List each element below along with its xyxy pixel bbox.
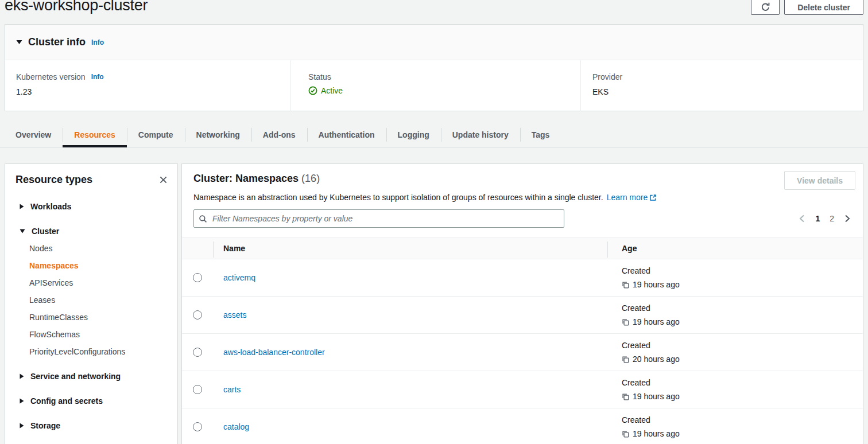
kubernetes-version-value: 1.23 [16,87,290,96]
row-radio-button[interactable] [193,422,202,431]
sidebar-group-cluster[interactable]: Cluster [5,223,177,240]
pagination: 1 2 [799,211,851,227]
previous-page-icon[interactable] [799,215,805,223]
table-row: catalog Created 19 hours ago [182,408,863,444]
cluster-tabs: Overview Resources Compute Networking Ad… [0,122,868,147]
copy-icon[interactable] [622,430,629,438]
namespace-link[interactable]: activemq [223,273,255,282]
tab-compute[interactable]: Compute [127,122,185,147]
cluster-info-fields: Kubernetes version Info 1.23 Status Acti… [5,60,863,111]
age-cell: Created 19 hours ago [607,413,863,441]
sidebar-item-runtimeclasses[interactable]: RuntimeClasses [5,309,177,326]
tab-update-history[interactable]: Update history [441,122,520,147]
cluster-info-panel: Cluster info Info Kubernetes version Inf… [5,24,863,111]
check-circle-icon [308,86,317,95]
copy-icon[interactable] [622,318,629,326]
filter-input-container [193,209,564,228]
tab-resources[interactable]: Resources [63,122,127,147]
filter-namespaces-input[interactable] [211,213,559,224]
created-label: Created [622,376,863,390]
age-cell: Created 20 hours ago [607,338,863,366]
namespaces-table: Name Age activemq Created 19 hours ago [182,237,863,444]
namespaces-description: Namespace is an abstraction used by Kube… [193,193,657,203]
namespace-link[interactable]: aws-load-balancer-controller [223,348,325,357]
sidebar-item-apiservices[interactable]: APIServices [5,274,177,291]
row-radio-button[interactable] [193,348,202,357]
resource-types-title: Resource types [16,174,92,186]
namespaces-heading: Cluster: Namespaces (16) [193,173,320,185]
tab-tags[interactable]: Tags [520,122,561,147]
field-kubernetes-version: Kubernetes version Info 1.23 [5,60,290,111]
age-cell: Created 19 hours ago [607,376,863,403]
sidebar-group-workloads[interactable]: Workloads [5,198,177,215]
sidebar-item-namespaces[interactable]: Namespaces [5,257,177,274]
tab-add-ons[interactable]: Add-ons [251,122,307,147]
delete-cluster-button[interactable]: Delete cluster [784,0,863,15]
delete-cluster-label: Delete cluster [797,3,850,12]
tab-networking[interactable]: Networking [185,122,251,147]
field-provider: Provider EKS [580,60,863,111]
heading-text: Cluster: Namespaces [193,173,299,184]
refresh-icon [761,2,770,12]
resource-types-list: Workloads Cluster Nodes Namespaces APISe… [5,186,177,434]
table-row: carts Created 19 hours ago [182,371,863,408]
created-label: Created [622,301,863,315]
sidebar-item-leases[interactable]: Leases [5,291,177,309]
namespace-link[interactable]: catalog [223,422,249,431]
view-details-button[interactable]: View details [784,171,855,190]
learn-more-link[interactable]: Learn more [607,193,648,202]
caret-down-icon [20,229,25,233]
copy-icon[interactable] [622,281,629,289]
sidebar-item-flowschemas[interactable]: FlowSchemas [5,326,177,343]
copy-icon[interactable] [622,356,629,363]
provider-value: EKS [592,87,863,96]
sidebar-item-prioritylevelconfigurations[interactable]: PriorityLevelConfigurations [5,343,177,360]
search-icon [199,215,207,223]
cluster-info-header[interactable]: Cluster info Info [5,25,863,60]
caret-right-icon [20,423,24,429]
refresh-button[interactable] [751,0,780,15]
created-label: Created [622,338,863,352]
copy-icon[interactable] [622,393,629,400]
tab-authentication[interactable]: Authentication [307,122,386,147]
caret-right-icon [20,373,24,379]
sidebar-group-storage[interactable]: Storage [5,417,177,434]
sidebar-item-nodes[interactable]: Nodes [5,240,177,257]
tab-overview[interactable]: Overview [4,122,63,147]
age-value: 19 hours ago [633,315,680,329]
caret-right-icon [20,204,24,209]
tab-logging[interactable]: Logging [386,122,441,147]
heading-count: (16) [301,173,320,184]
page-title: eks-workshop-cluster [5,0,148,14]
row-radio-button[interactable] [193,385,202,394]
cluster-info-title: Cluster info [28,36,86,48]
page-number-1[interactable]: 1 [815,214,820,223]
header-actions: Delete cluster [751,0,863,15]
page-number-2[interactable]: 2 [830,214,834,223]
close-icon[interactable] [158,174,169,185]
external-link-icon [649,194,657,203]
name-column-header: Name [213,244,607,253]
collapse-caret-icon[interactable] [16,40,22,45]
namespace-link[interactable]: assets [223,310,246,320]
namespace-link[interactable]: carts [223,385,241,394]
kubernetes-version-info-link[interactable]: Info [91,73,104,81]
table-row: activemq Created 19 hours ago [182,259,863,297]
cluster-info-info-link[interactable]: Info [91,38,104,46]
row-radio-button[interactable] [193,310,202,320]
table-header-row: Name Age [182,237,863,259]
row-radio-button[interactable] [193,273,202,282]
table-row: assets Created 19 hours ago [182,297,863,334]
status-value: Active [321,86,343,95]
age-cell: Created 19 hours ago [607,264,863,291]
age-value: 20 hours ago [633,352,680,366]
created-label: Created [622,413,863,427]
sidebar-group-config-and-secrets[interactable]: Config and secrets [5,392,177,410]
kubernetes-version-label: Kubernetes version [16,72,86,81]
next-page-icon[interactable] [844,215,851,223]
created-label: Created [622,264,863,278]
sidebar-group-service-and-networking[interactable]: Service and networking [5,368,177,385]
age-value: 19 hours ago [633,427,680,441]
age-value: 19 hours ago [633,278,680,291]
provider-label: Provider [592,72,863,81]
